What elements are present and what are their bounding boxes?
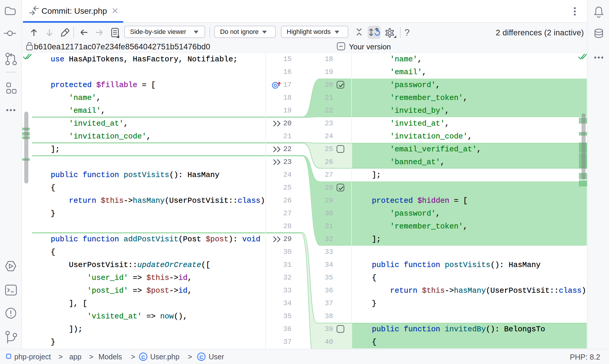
svg-text:C: C xyxy=(200,355,203,360)
svg-text:C: C xyxy=(141,355,145,360)
